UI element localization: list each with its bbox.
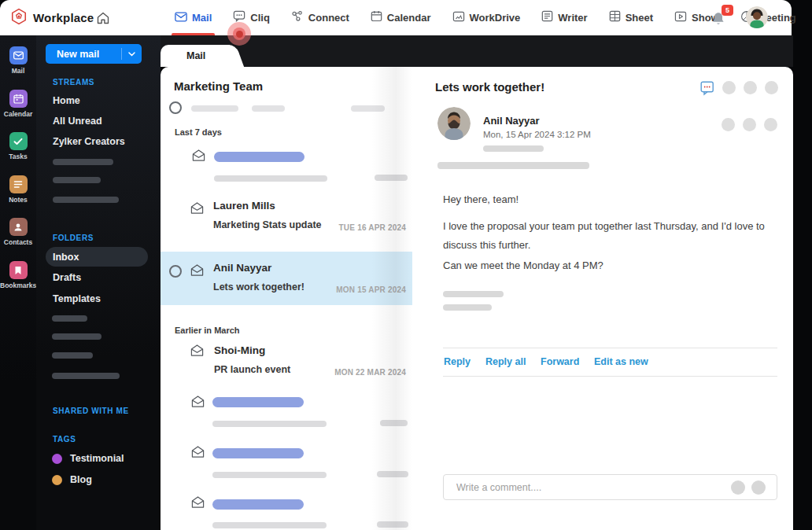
- rail-item-calendar[interactable]: Calendar: [0, 90, 36, 118]
- message-date: TUE 16 APR 2024: [339, 223, 406, 232]
- select-all-radio[interactable]: [169, 101, 182, 114]
- envelope-open-icon: [190, 263, 205, 277]
- message-action-placeholder[interactable]: [743, 118, 756, 131]
- brand: Workplace: [10, 0, 94, 35]
- rail-calendar-icon: [9, 90, 28, 108]
- reply-all-link[interactable]: Reply all: [485, 356, 526, 367]
- sidebar-skeleton-bar: [53, 177, 101, 183]
- workplace-app: Workplace Mail Cliq Connect Calendar: [0, 0, 812, 530]
- tags-header: TAGS: [53, 435, 76, 444]
- rail-contacts-icon: [9, 218, 28, 236]
- envelope-open-icon: [190, 344, 205, 357]
- home-icon[interactable]: [95, 10, 111, 26]
- rail-item-tasks[interactable]: Tasks: [0, 132, 36, 160]
- date-skeleton-bar: [380, 420, 408, 426]
- envelope-open-icon: [191, 149, 206, 162]
- sidebar-item-zylker-creators[interactable]: Zylker Creators: [53, 136, 125, 147]
- user-avatar[interactable]: [746, 6, 768, 28]
- subject-skeleton-bar: [212, 421, 327, 427]
- comment-input[interactable]: [456, 475, 724, 499]
- tag-item-blog[interactable]: Blog: [52, 474, 92, 485]
- new-mail-button[interactable]: New mail: [46, 44, 142, 64]
- message-action-placeholder[interactable]: [764, 118, 777, 131]
- sidebar-skeleton-bar: [53, 159, 113, 165]
- tag-label: Testimonial: [70, 453, 124, 464]
- edit-as-new-link[interactable]: Edit as new: [594, 356, 648, 367]
- list-title: Marketing Team: [174, 79, 263, 93]
- connect-icon: [291, 10, 304, 25]
- tab-mail-label: Mail: [186, 50, 205, 61]
- rail-label: Contacts: [0, 238, 36, 246]
- shared-with-me-header: SHARED WITH ME: [53, 407, 129, 415]
- sidebar-item-drafts[interactable]: Drafts: [53, 272, 81, 283]
- comments-icon[interactable]: [700, 81, 715, 96]
- tag-dot-purple: [52, 454, 62, 464]
- sender-skeleton-bar: [212, 499, 304, 510]
- comment-action-placeholder[interactable]: [731, 480, 745, 495]
- reply-link[interactable]: Reply: [444, 356, 471, 367]
- show-icon: [674, 11, 687, 25]
- mail-list-item-skeleton[interactable]: [161, 145, 412, 189]
- chevron-down-icon[interactable]: [121, 48, 142, 60]
- date-skeleton-bar: [377, 471, 408, 477]
- sidebar-item-home[interactable]: Home: [53, 95, 80, 106]
- sidebar-skeleton-bar: [52, 315, 87, 322]
- notification-badge: 5: [722, 5, 733, 16]
- click-indicator-core: [236, 31, 243, 38]
- rail-item-contacts[interactable]: Contacts: [0, 218, 36, 246]
- message-radio[interactable]: [169, 265, 182, 278]
- inbox-label: Inbox: [46, 252, 79, 263]
- topnav-workdrive[interactable]: WorkDrive: [452, 0, 521, 35]
- topnav-mail[interactable]: Mail: [175, 0, 212, 35]
- list-header-skeleton-bar: [252, 105, 285, 112]
- sidebar-item-templates[interactable]: Templates: [53, 293, 101, 304]
- tag-dot-orange: [52, 475, 62, 485]
- recipient-skeleton-bar: [483, 145, 544, 152]
- list-header-skeleton-bar: [191, 105, 238, 112]
- divider: [443, 348, 777, 348]
- topnav-calendar[interactable]: Calendar: [371, 0, 431, 35]
- toolbar-icon-placeholder[interactable]: [722, 81, 736, 94]
- subject-skeleton-bar: [212, 522, 327, 528]
- toolbar-icon-placeholder[interactable]: [765, 81, 778, 94]
- topnav-writer[interactable]: Writer: [541, 0, 587, 35]
- topnav-label: Calendar: [387, 12, 431, 24]
- message-subject: PR launch event: [214, 364, 290, 375]
- mail-list-item-selected[interactable]: Anil Nayyar Lets work together! MON 15 A…: [161, 252, 412, 305]
- tab-mail[interactable]: Mail: [161, 45, 230, 67]
- forward-link[interactable]: Forward: [541, 356, 579, 367]
- envelope-open-icon: [190, 445, 205, 458]
- top-app-bar: Workplace Mail Cliq Connect Calendar: [0, 0, 792, 35]
- subject-skeleton-bar: [214, 175, 327, 182]
- topnav-connect[interactable]: Connect: [291, 0, 349, 35]
- tag-item-testimonial[interactable]: Testimonial: [52, 453, 124, 464]
- mail-list-item[interactable]: Shoi-Ming PR launch event MON 22 MAR 202…: [161, 338, 412, 384]
- sidebar-skeleton-bar: [53, 197, 119, 203]
- rail-item-bookmarks[interactable]: Bookmarks: [0, 261, 36, 289]
- mail-list-item[interactable]: Lauren Mills Marketing Stats update TUE …: [161, 193, 412, 238]
- tab-strip-background: [161, 35, 793, 67]
- message-action-placeholder[interactable]: [722, 118, 735, 131]
- top-navigation: Mail Cliq Connect Calendar WorkDrive: [175, 0, 796, 35]
- streams-header: STREAMS: [53, 78, 94, 86]
- mail-list-item-skeleton[interactable]: [161, 492, 412, 530]
- mail-list-item-skeleton[interactable]: [161, 392, 412, 432]
- rail-item-mail[interactable]: Mail: [0, 46, 36, 75]
- message-sender: Anil Nayyar: [213, 262, 271, 274]
- workdrive-icon: [452, 11, 465, 25]
- topnav-label: Cliq: [250, 12, 270, 24]
- message-datetime: Mon, 15 Apr 2024 3:12 PM: [483, 130, 591, 139]
- folders-header: FOLDERS: [53, 234, 94, 242]
- mail-list-item-skeleton[interactable]: [161, 442, 412, 483]
- toolbar-icon-placeholder[interactable]: [744, 81, 757, 94]
- new-mail-label: New mail: [46, 49, 121, 60]
- sidebar-item-all-unread[interactable]: All Unread: [53, 116, 102, 127]
- rail-item-notes[interactable]: Notes: [0, 175, 36, 204]
- sidebar-skeleton-bar: [52, 352, 93, 359]
- message-sender: Lauren Mills: [213, 200, 275, 212]
- topnav-sheet[interactable]: Sheet: [609, 0, 653, 35]
- sidebar-item-inbox[interactable]: Inbox: [46, 247, 148, 267]
- message-sender: Shoi-Ming: [214, 344, 265, 356]
- comment-action-placeholder[interactable]: [751, 480, 766, 495]
- notifications-bell-icon[interactable]: 5: [711, 11, 727, 27]
